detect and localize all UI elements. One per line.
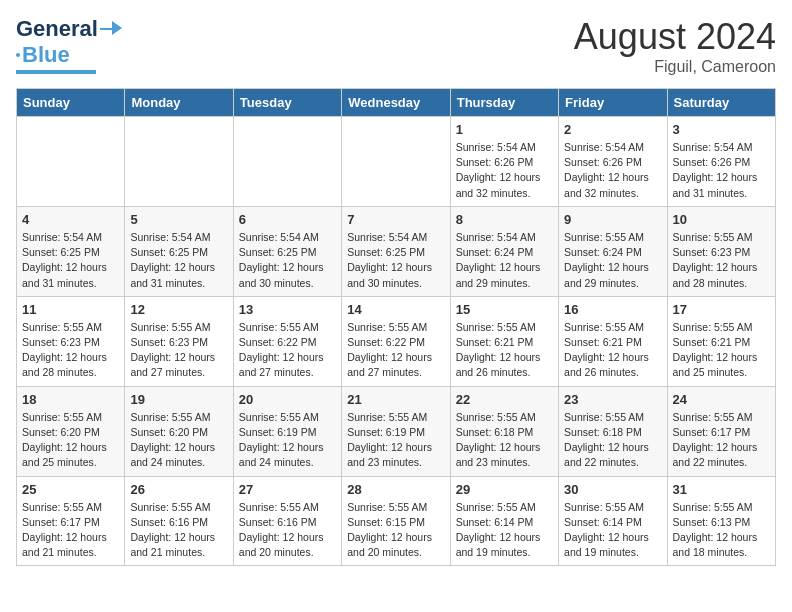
day-number: 9 [564,212,661,227]
page-header: General Blue August 2024 Figuil, Cameroo… [16,16,776,76]
day-cell: 15Sunrise: 5:55 AM Sunset: 6:21 PM Dayli… [450,296,558,386]
day-info: Sunrise: 5:55 AM Sunset: 6:16 PM Dayligh… [239,500,336,561]
day-info: Sunrise: 5:54 AM Sunset: 6:25 PM Dayligh… [22,230,119,291]
day-info: Sunrise: 5:55 AM Sunset: 6:22 PM Dayligh… [239,320,336,381]
day-number: 4 [22,212,119,227]
day-cell: 3Sunrise: 5:54 AM Sunset: 6:26 PM Daylig… [667,117,775,207]
day-number: 10 [673,212,770,227]
day-number: 30 [564,482,661,497]
calendar-header: SundayMondayTuesdayWednesdayThursdayFrid… [17,89,776,117]
day-cell [342,117,450,207]
logo: General Blue [16,16,122,74]
day-number: 15 [456,302,553,317]
day-number: 3 [673,122,770,137]
day-info: Sunrise: 5:55 AM Sunset: 6:18 PM Dayligh… [456,410,553,471]
day-cell: 1Sunrise: 5:54 AM Sunset: 6:26 PM Daylig… [450,117,558,207]
header-saturday: Saturday [667,89,775,117]
day-cell: 29Sunrise: 5:55 AM Sunset: 6:14 PM Dayli… [450,476,558,566]
day-cell: 4Sunrise: 5:54 AM Sunset: 6:25 PM Daylig… [17,206,125,296]
day-number: 7 [347,212,444,227]
svg-marker-0 [100,21,122,35]
day-info: Sunrise: 5:55 AM Sunset: 6:21 PM Dayligh… [456,320,553,381]
day-number: 1 [456,122,553,137]
day-cell [233,117,341,207]
day-cell [125,117,233,207]
day-number: 29 [456,482,553,497]
day-cell: 16Sunrise: 5:55 AM Sunset: 6:21 PM Dayli… [559,296,667,386]
day-info: Sunrise: 5:55 AM Sunset: 6:24 PM Dayligh… [564,230,661,291]
day-info: Sunrise: 5:55 AM Sunset: 6:17 PM Dayligh… [673,410,770,471]
day-cell: 8Sunrise: 5:54 AM Sunset: 6:24 PM Daylig… [450,206,558,296]
day-info: Sunrise: 5:54 AM Sunset: 6:25 PM Dayligh… [347,230,444,291]
day-cell: 11Sunrise: 5:55 AM Sunset: 6:23 PM Dayli… [17,296,125,386]
week-row-5: 25Sunrise: 5:55 AM Sunset: 6:17 PM Dayli… [17,476,776,566]
day-info: Sunrise: 5:55 AM Sunset: 6:14 PM Dayligh… [456,500,553,561]
day-cell: 19Sunrise: 5:55 AM Sunset: 6:20 PM Dayli… [125,386,233,476]
day-number: 12 [130,302,227,317]
day-cell: 24Sunrise: 5:55 AM Sunset: 6:17 PM Dayli… [667,386,775,476]
day-info: Sunrise: 5:55 AM Sunset: 6:13 PM Dayligh… [673,500,770,561]
day-cell: 28Sunrise: 5:55 AM Sunset: 6:15 PM Dayli… [342,476,450,566]
day-number: 31 [673,482,770,497]
day-info: Sunrise: 5:55 AM Sunset: 6:23 PM Dayligh… [130,320,227,381]
week-row-4: 18Sunrise: 5:55 AM Sunset: 6:20 PM Dayli… [17,386,776,476]
title-block: August 2024 Figuil, Cameroon [574,16,776,76]
day-cell: 6Sunrise: 5:54 AM Sunset: 6:25 PM Daylig… [233,206,341,296]
day-cell: 18Sunrise: 5:55 AM Sunset: 6:20 PM Dayli… [17,386,125,476]
logo-divider [16,70,96,74]
day-number: 5 [130,212,227,227]
location-subtitle: Figuil, Cameroon [574,58,776,76]
day-cell: 13Sunrise: 5:55 AM Sunset: 6:22 PM Dayli… [233,296,341,386]
day-cell: 14Sunrise: 5:55 AM Sunset: 6:22 PM Dayli… [342,296,450,386]
logo-blue-text: Blue [22,42,70,68]
day-cell: 26Sunrise: 5:55 AM Sunset: 6:16 PM Dayli… [125,476,233,566]
day-cell: 20Sunrise: 5:55 AM Sunset: 6:19 PM Dayli… [233,386,341,476]
day-info: Sunrise: 5:55 AM Sunset: 6:20 PM Dayligh… [130,410,227,471]
day-cell: 10Sunrise: 5:55 AM Sunset: 6:23 PM Dayli… [667,206,775,296]
day-number: 18 [22,392,119,407]
day-info: Sunrise: 5:55 AM Sunset: 6:21 PM Dayligh… [564,320,661,381]
day-cell: 7Sunrise: 5:54 AM Sunset: 6:25 PM Daylig… [342,206,450,296]
header-tuesday: Tuesday [233,89,341,117]
header-row: SundayMondayTuesdayWednesdayThursdayFrid… [17,89,776,117]
day-info: Sunrise: 5:54 AM Sunset: 6:26 PM Dayligh… [673,140,770,201]
day-number: 2 [564,122,661,137]
day-number: 11 [22,302,119,317]
header-monday: Monday [125,89,233,117]
week-row-3: 11Sunrise: 5:55 AM Sunset: 6:23 PM Dayli… [17,296,776,386]
day-info: Sunrise: 5:54 AM Sunset: 6:25 PM Dayligh… [130,230,227,291]
day-info: Sunrise: 5:54 AM Sunset: 6:26 PM Dayligh… [456,140,553,201]
day-info: Sunrise: 5:55 AM Sunset: 6:16 PM Dayligh… [130,500,227,561]
day-info: Sunrise: 5:55 AM Sunset: 6:19 PM Dayligh… [347,410,444,471]
calendar-table: SundayMondayTuesdayWednesdayThursdayFrid… [16,88,776,566]
day-number: 17 [673,302,770,317]
logo-bird-icon [100,19,122,37]
logo-text: General [16,16,98,42]
day-cell: 5Sunrise: 5:54 AM Sunset: 6:25 PM Daylig… [125,206,233,296]
day-number: 28 [347,482,444,497]
day-cell: 12Sunrise: 5:55 AM Sunset: 6:23 PM Dayli… [125,296,233,386]
week-row-1: 1Sunrise: 5:54 AM Sunset: 6:26 PM Daylig… [17,117,776,207]
month-year-title: August 2024 [574,16,776,58]
header-friday: Friday [559,89,667,117]
day-cell: 22Sunrise: 5:55 AM Sunset: 6:18 PM Dayli… [450,386,558,476]
day-number: 8 [456,212,553,227]
day-info: Sunrise: 5:55 AM Sunset: 6:17 PM Dayligh… [22,500,119,561]
day-info: Sunrise: 5:55 AM Sunset: 6:15 PM Dayligh… [347,500,444,561]
day-number: 14 [347,302,444,317]
day-number: 27 [239,482,336,497]
day-number: 6 [239,212,336,227]
day-info: Sunrise: 5:55 AM Sunset: 6:22 PM Dayligh… [347,320,444,381]
day-number: 21 [347,392,444,407]
day-info: Sunrise: 5:54 AM Sunset: 6:25 PM Dayligh… [239,230,336,291]
header-wednesday: Wednesday [342,89,450,117]
header-thursday: Thursday [450,89,558,117]
day-cell [17,117,125,207]
day-cell: 2Sunrise: 5:54 AM Sunset: 6:26 PM Daylig… [559,117,667,207]
day-number: 20 [239,392,336,407]
day-info: Sunrise: 5:55 AM Sunset: 6:14 PM Dayligh… [564,500,661,561]
day-info: Sunrise: 5:55 AM Sunset: 6:23 PM Dayligh… [673,230,770,291]
day-cell: 30Sunrise: 5:55 AM Sunset: 6:14 PM Dayli… [559,476,667,566]
day-info: Sunrise: 5:55 AM Sunset: 6:19 PM Dayligh… [239,410,336,471]
day-info: Sunrise: 5:55 AM Sunset: 6:18 PM Dayligh… [564,410,661,471]
